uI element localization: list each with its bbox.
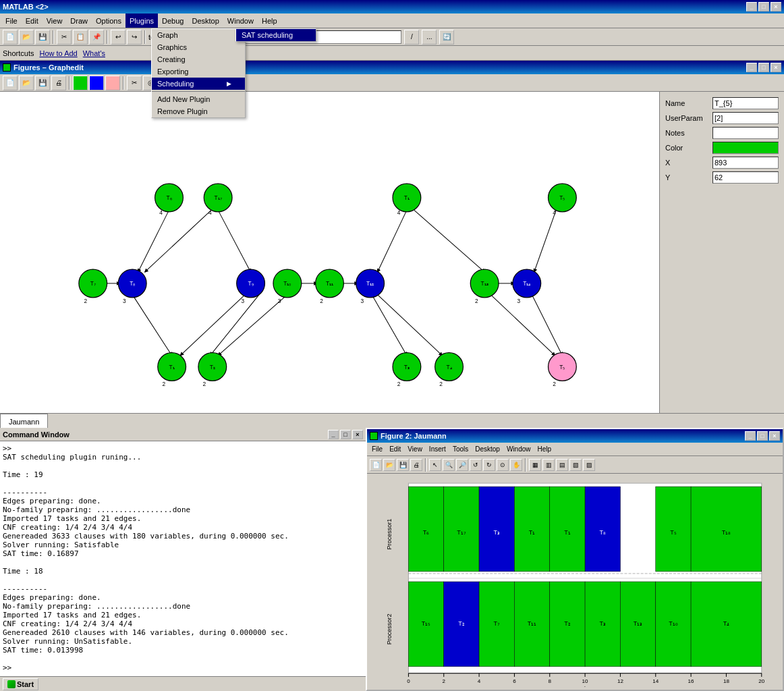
fig2-menu-view[interactable]: View: [404, 443, 426, 455]
fig-color2[interactable]: [89, 76, 104, 90]
new-button[interactable]: 📄: [3, 30, 18, 45]
menu-remove-plugin[interactable]: Remove Plugin: [152, 105, 245, 117]
fig2-open[interactable]: 📂: [383, 459, 395, 471]
menu-scheduling-item[interactable]: Scheduling ▶: [152, 78, 245, 90]
fig2-save[interactable]: 💾: [397, 459, 409, 471]
browse-button[interactable]: /: [404, 30, 419, 45]
start-button[interactable]: Start: [3, 678, 38, 690]
menu-help[interactable]: Help: [258, 13, 281, 28]
fig-new[interactable]: 📄: [3, 76, 18, 90]
menu-file[interactable]: File: [1, 13, 22, 28]
minimize-button[interactable]: _: [746, 2, 757, 11]
node-T14-label: T₁₄: [523, 280, 530, 287]
figures-window-controls[interactable]: _ □ ×: [746, 63, 781, 72]
browse2-button[interactable]: ...: [422, 30, 437, 45]
fig-sep2: [123, 76, 124, 90]
fig2-menu-file[interactable]: File: [368, 443, 386, 455]
menu-graphics-item[interactable]: Graphics: [152, 41, 245, 53]
prop-notes-value[interactable]: [712, 127, 779, 139]
fig2-zoom-in[interactable]: 🔍: [443, 459, 455, 471]
fig2-maximize[interactable]: □: [757, 431, 768, 441]
menu-plugins[interactable]: Plugins: [125, 13, 158, 28]
sat-scheduling-item[interactable]: SAT scheduling: [236, 29, 316, 41]
fig2-layout5[interactable]: ▨: [583, 459, 595, 471]
cmd-minimize[interactable]: _: [328, 430, 339, 439]
menu-graph-item[interactable]: Graph: [152, 29, 245, 41]
save-button[interactable]: 💾: [35, 30, 50, 45]
fig2-menu-edit[interactable]: Edit: [386, 443, 404, 455]
fig-save[interactable]: 💾: [35, 76, 50, 90]
svg-line-0: [138, 210, 169, 272]
fig-color3[interactable]: [105, 76, 120, 90]
menu-view[interactable]: View: [43, 13, 67, 28]
open-button[interactable]: 📂: [19, 30, 34, 45]
copy-button[interactable]: 📋: [73, 30, 88, 45]
menu-desktop[interactable]: Desktop: [188, 13, 223, 28]
undo-button[interactable]: ↩: [111, 30, 125, 45]
menu-window[interactable]: Window: [223, 13, 258, 28]
fig-tool1[interactable]: ✂: [127, 76, 142, 90]
window-controls[interactable]: _ □ ×: [746, 2, 781, 11]
prop-x-value[interactable]: 893: [712, 157, 779, 169]
prop-x-label: X: [665, 159, 712, 167]
fig-open[interactable]: 📂: [19, 76, 34, 90]
prop-y-value[interactable]: 62: [712, 171, 779, 184]
figures-close[interactable]: ×: [771, 63, 781, 72]
fig2-layout1[interactable]: ▦: [529, 459, 541, 471]
prop-name-value[interactable]: T_{5}: [712, 97, 779, 109]
fig-print[interactable]: 🖨: [51, 76, 66, 90]
how-to-add-link[interactable]: How to Add: [39, 49, 77, 57]
menu-exporting-item[interactable]: Exporting: [152, 65, 245, 78]
fig2-close[interactable]: ×: [769, 431, 780, 441]
fig2-menu-insert[interactable]: Insert: [426, 443, 449, 455]
menu-edit[interactable]: Edit: [22, 13, 43, 28]
close-button[interactable]: ×: [771, 2, 781, 11]
fig2-layout2[interactable]: ▥: [542, 459, 555, 471]
node-T10-sub: 3: [278, 298, 281, 304]
fig2-menu-desktop[interactable]: Desktop: [472, 443, 503, 455]
whats-new-link[interactable]: What's: [83, 49, 105, 57]
menu-debug[interactable]: Debug: [158, 13, 188, 28]
figure2-controls[interactable]: _ □ ×: [745, 431, 780, 441]
cmd-maximize[interactable]: □: [340, 430, 351, 439]
cut-button[interactable]: ✂: [57, 30, 72, 45]
fig2-rotate2[interactable]: ↻: [483, 459, 495, 471]
gantt-p2-T7: T₇: [493, 620, 500, 627]
fig-color1[interactable]: [73, 76, 88, 90]
fig2-zoom-out[interactable]: 🔎: [456, 459, 468, 471]
fig2-3d[interactable]: ⊙: [497, 459, 509, 471]
tick-20: 20: [758, 678, 764, 684]
fig2-menu-help[interactable]: Help: [534, 443, 555, 455]
gantt-p1-T1: T₁: [529, 529, 536, 536]
prop-userparam-value[interactable]: [2]: [712, 112, 779, 124]
properties-panel: Name T_{5} UserParam [2] Notes Color X 8…: [659, 92, 784, 413]
fig2-menu-window[interactable]: Window: [503, 443, 534, 455]
fig2-menu-tools[interactable]: Tools: [449, 443, 472, 455]
menu-creating-item[interactable]: Creating: [152, 53, 245, 65]
maximize-button[interactable]: □: [758, 2, 769, 11]
command-window-content[interactable]: >> SAT scheduling plugin runing... Time …: [0, 441, 366, 676]
fig2-print[interactable]: 🖨: [410, 459, 422, 471]
paste-button[interactable]: 📌: [89, 30, 104, 45]
figures-minimize[interactable]: _: [746, 63, 757, 72]
tab-jaumann[interactable]: Jaumann: [0, 414, 48, 429]
refresh-button[interactable]: 🔄: [439, 30, 454, 45]
fig2-rotate[interactable]: ↺: [470, 459, 482, 471]
graph-area[interactable]: T₆ 4 T₁₇ 4 T₁ 4 T₅ 4 T₇ 2 T₈ 3: [0, 92, 659, 413]
figures-maximize[interactable]: □: [758, 63, 769, 72]
menu-draw[interactable]: Draw: [66, 13, 92, 28]
svg-line-10: [372, 295, 407, 356]
cmd-controls[interactable]: _ □ ×: [328, 430, 363, 439]
prop-color-value[interactable]: [712, 142, 779, 154]
fig2-arrow[interactable]: ↖: [429, 459, 441, 471]
menu-options[interactable]: Options: [92, 13, 125, 28]
fig2-minimize[interactable]: _: [745, 431, 756, 441]
cmd-close[interactable]: ×: [352, 430, 363, 439]
redo-button[interactable]: ↪: [127, 30, 142, 45]
fig2-layout3[interactable]: ▤: [556, 459, 568, 471]
fig2-new[interactable]: 📄: [370, 459, 382, 471]
prop-color-row: Color: [665, 142, 779, 154]
fig2-pan[interactable]: ✋: [510, 459, 522, 471]
menu-add-plugin[interactable]: Add New Plugin: [152, 93, 245, 105]
fig2-layout4[interactable]: ▧: [569, 459, 582, 471]
